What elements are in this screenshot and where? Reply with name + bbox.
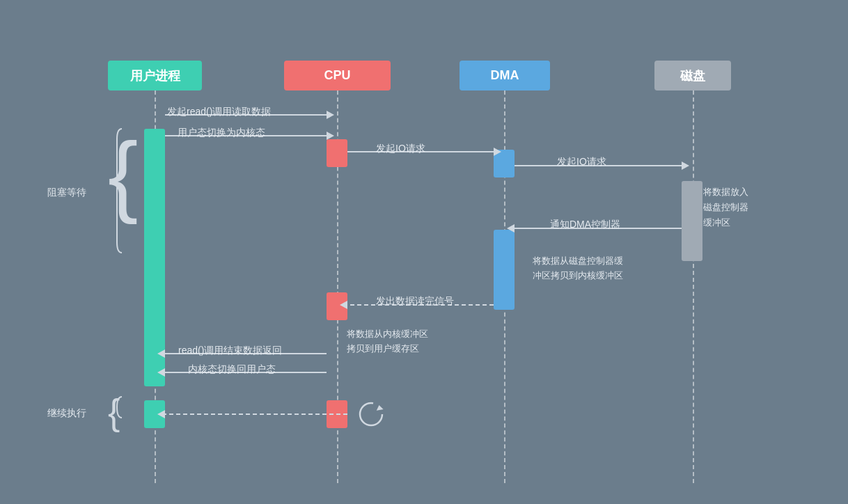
label-read-return: read()调用结束数据返回 [178, 345, 282, 357]
label-user-to-kernel: 用户态切换为内核态 [178, 127, 265, 139]
svg-marker-3 [327, 132, 334, 140]
label-data-read-done: 发出数据读完信号 [376, 295, 454, 308]
svg-marker-9 [507, 224, 515, 233]
label-kernel-to-user: 内核态切换回用户态 [188, 363, 276, 376]
label-continue: 继续执行 [47, 407, 86, 420]
label-dma-copy: 将数据从磁盘控制器缓冲区拷贝到内核缓冲区 [533, 254, 623, 283]
svg-marker-15 [157, 368, 165, 377]
brace-continue: { [108, 394, 120, 430]
label-initiate-read: 发起read()调用读取数据 [167, 106, 271, 118]
label-initiate-io-1: 发起IO请求 [376, 143, 425, 155]
svg-marker-1 [327, 111, 334, 119]
svg-marker-17 [157, 410, 165, 418]
label-copy-kernel-user: 将数据从内核缓冲区拷贝到用户缓存区 [347, 327, 428, 356]
brace-blocking: { [108, 129, 138, 219]
svg-marker-5 [494, 148, 501, 156]
label-put-data-disk: 将数据放入磁盘控制器缓冲区 [703, 184, 748, 230]
label-blocking: 阻塞等待 [47, 187, 86, 199]
svg-marker-13 [157, 349, 165, 358]
svg-marker-19 [376, 404, 384, 411]
svg-marker-7 [682, 162, 689, 170]
cycle-icon [355, 398, 387, 430]
diagram: 用户进程 CPU DMA 磁盘 [0, 0, 848, 504]
arrows-svg [0, 0, 848, 504]
label-initiate-io-2: 发起IO请求 [557, 156, 606, 168]
label-notify-dma: 通知DMA控制器 [550, 219, 620, 231]
svg-marker-11 [340, 301, 347, 309]
